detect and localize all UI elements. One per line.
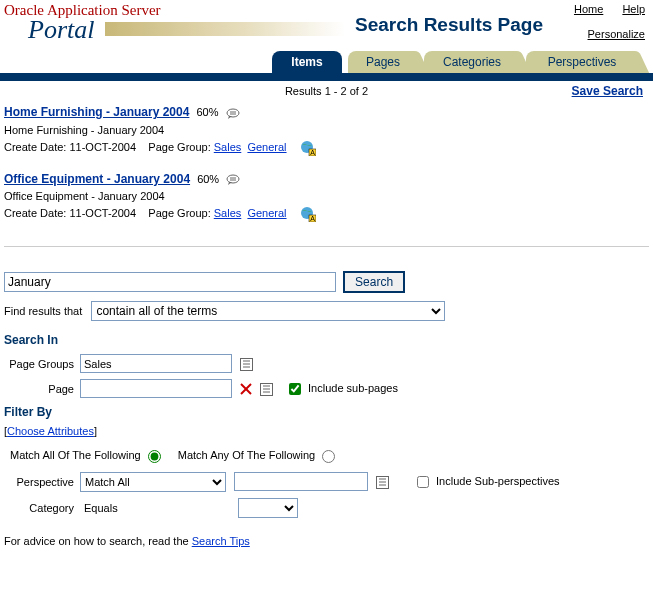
- page-group-link[interactable]: Sales: [214, 141, 242, 153]
- advice-text: For advice on how to search, read the: [4, 535, 192, 547]
- search-tips-link[interactable]: Search Tips: [192, 535, 250, 547]
- match-all-radio[interactable]: [148, 450, 161, 463]
- result-description: Home Furnishing - January 2004: [4, 124, 649, 136]
- help-link[interactable]: Help: [622, 3, 645, 15]
- result-item: Home Furnishing - January 2004 60% Home …: [0, 101, 653, 168]
- tab-items[interactable]: Items: [272, 51, 342, 73]
- clear-icon[interactable]: [240, 382, 252, 395]
- search-button[interactable]: Search: [343, 271, 405, 293]
- translate-icon[interactable]: A: [300, 140, 316, 156]
- search-in-title: Search In: [0, 329, 653, 351]
- create-date-value: 11-OCT-2004: [69, 207, 136, 219]
- personalize-link[interactable]: Personalize: [588, 28, 645, 40]
- include-sub-perspectives-checkbox[interactable]: [417, 476, 429, 488]
- find-results-select[interactable]: contain all of the terms: [91, 301, 445, 321]
- create-date-value: 11-OCT-2004: [69, 141, 136, 153]
- page-group-link[interactable]: Sales: [214, 207, 242, 219]
- tab-perspectives[interactable]: Perspectives: [526, 51, 638, 73]
- perspective-value-field[interactable]: [234, 472, 368, 491]
- create-date-label: Create Date:: [4, 141, 66, 153]
- category-value-select[interactable]: [238, 498, 298, 518]
- result-score: 60%: [197, 173, 219, 185]
- page-field[interactable]: [80, 379, 232, 398]
- page-group-label: Page Group:: [148, 141, 210, 153]
- translate-icon[interactable]: A: [300, 206, 316, 222]
- page-group-link[interactable]: General: [247, 207, 286, 219]
- results-count: Results 1 - 2 of 2: [285, 85, 368, 97]
- category-operator: Equals: [80, 502, 122, 514]
- page-groups-label: Page Groups: [4, 358, 80, 370]
- result-score: 60%: [196, 106, 218, 118]
- discussion-icon[interactable]: [226, 173, 242, 186]
- match-all-label: Match All Of The Following: [10, 449, 141, 461]
- page-group-label: Page Group:: [148, 207, 210, 219]
- page-title: Search Results Page: [355, 14, 543, 36]
- svg-point-0: [227, 109, 239, 117]
- save-search-link[interactable]: Save Search: [572, 84, 643, 98]
- list-icon[interactable]: [376, 475, 389, 489]
- perspective-label: Perspective: [4, 476, 80, 488]
- list-icon[interactable]: [240, 357, 253, 371]
- result-item: Office Equipment - January 2004 60% Offi…: [0, 168, 653, 235]
- result-title-link[interactable]: Office Equipment - January 2004: [4, 172, 190, 186]
- page-groups-field[interactable]: [80, 354, 232, 373]
- divider: [4, 246, 649, 247]
- tab-pages[interactable]: Pages: [348, 51, 418, 73]
- search-input[interactable]: [4, 272, 336, 292]
- category-label: Category: [4, 502, 80, 514]
- choose-attributes-link[interactable]: Choose Attributes: [7, 425, 94, 437]
- page-label: Page: [4, 383, 80, 395]
- svg-point-6: [227, 175, 239, 183]
- match-any-label: Match Any Of The Following: [178, 449, 315, 461]
- portal-logo: Portal: [28, 15, 161, 45]
- include-subpages-label: Include sub-pages: [308, 382, 398, 394]
- include-sub-perspectives-label: Include Sub-perspectives: [436, 475, 560, 487]
- filter-by-title: Filter By: [0, 401, 653, 423]
- list-icon[interactable]: [260, 382, 273, 396]
- svg-text:A: A: [310, 215, 315, 222]
- include-subpages-checkbox[interactable]: [289, 383, 301, 395]
- discussion-icon[interactable]: [226, 107, 242, 120]
- perspective-match-select[interactable]: Match All: [80, 472, 226, 492]
- tab-categories[interactable]: Categories: [424, 51, 520, 73]
- result-description: Office Equipment - January 2004: [4, 190, 649, 202]
- create-date-label: Create Date:: [4, 207, 66, 219]
- find-results-label: Find results that: [4, 305, 82, 317]
- match-any-radio[interactable]: [322, 450, 335, 463]
- result-title-link[interactable]: Home Furnishing - January 2004: [4, 105, 189, 119]
- svg-text:A: A: [310, 149, 315, 156]
- page-group-link[interactable]: General: [247, 141, 286, 153]
- tab-underline: [0, 73, 653, 81]
- home-link[interactable]: Home: [574, 3, 603, 15]
